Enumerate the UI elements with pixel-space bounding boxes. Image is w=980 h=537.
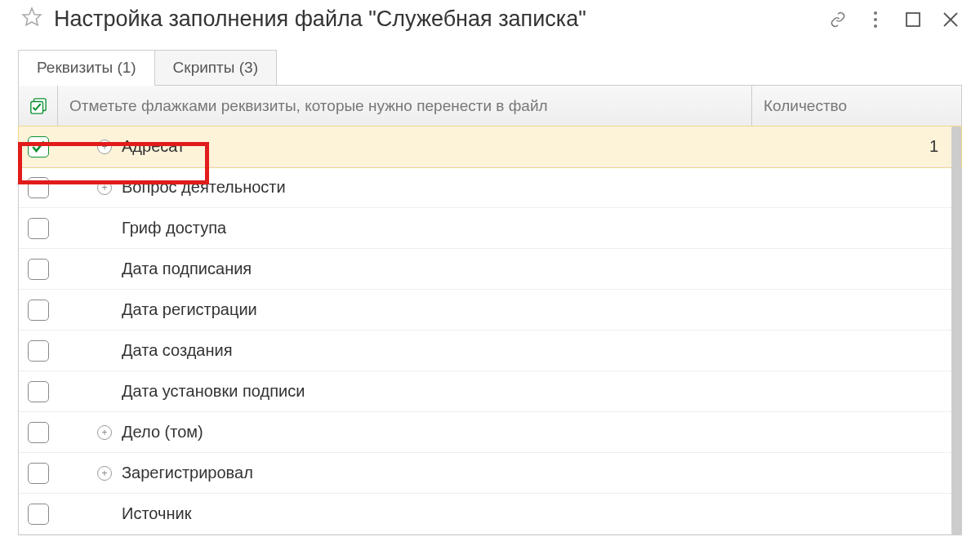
svg-point-3 [874,24,877,28]
row-checkbox[interactable] [28,259,49,280]
tabs: Реквизиты (1)Скрипты (3) [18,50,980,86]
table-row[interactable]: Дата создания [19,331,961,371]
check-all-header[interactable] [19,86,58,126]
column-header-name: Отметьте флажками реквизиты, которые нуж… [58,86,752,126]
expand-icon[interactable]: + [97,425,112,440]
tab-0[interactable]: Реквизиты (1) [18,50,155,86]
requisites-table: Отметьте флажками реквизиты, которые нуж… [18,85,962,535]
row-checkbox[interactable] [28,381,49,402]
row-label: Дата создания [122,341,233,360]
maximize-icon[interactable] [905,11,921,28]
link-icon[interactable] [830,11,846,28]
table-row[interactable]: +Дело (том) [19,412,961,453]
row-label: Дело (том) [122,423,203,442]
row-label: Источник [122,504,191,523]
check-all-icon [29,97,47,115]
row-checkbox[interactable] [28,136,49,158]
table-row[interactable]: Дата подписания [19,249,961,290]
row-label: Зарегистрировал [122,464,253,482]
row-label: Дата подписания [122,260,252,278]
table-row[interactable]: Гриф доступа [19,208,961,249]
table-row[interactable]: Источник [19,494,961,535]
row-checkbox[interactable] [28,504,49,525]
favorite-star-icon[interactable] [21,7,42,32]
row-checkbox[interactable] [28,218,49,239]
table-row[interactable]: +Адресат1 [19,126,961,167]
expand-icon[interactable]: + [97,180,112,195]
row-checkbox[interactable] [28,422,49,443]
svg-point-2 [874,18,877,21]
row-checkbox[interactable] [28,463,49,484]
row-label: Гриф доступа [122,219,226,237]
row-label: Вопрос деятельности [122,178,286,197]
row-checkbox[interactable] [28,340,49,362]
page-title: Настройка заполнения файла "Служебная за… [54,7,818,32]
svg-marker-0 [23,8,41,25]
expand-icon[interactable]: + [97,140,112,154]
row-checkbox[interactable] [28,300,49,321]
svg-rect-4 [906,13,920,26]
scrollbar[interactable] [951,126,961,535]
more-menu-icon[interactable] [867,11,884,28]
table-row[interactable]: Дата установки подписи [19,371,961,412]
expand-icon[interactable]: + [97,466,112,481]
row-label: Адресат [122,137,185,156]
close-icon[interactable] [942,11,959,28]
row-label: Дата регистрации [122,300,257,319]
svg-point-1 [874,11,877,15]
table-row[interactable]: +Зарегистрировал [19,453,961,494]
row-checkbox[interactable] [28,177,49,198]
table-row[interactable]: Дата регистрации [19,290,961,331]
column-header-qty: Количество [752,86,961,126]
tab-1[interactable]: Скрипты (3) [154,50,277,86]
row-qty: 1 [752,137,961,156]
table-row[interactable]: +Вопрос деятельности [19,167,961,208]
row-label: Дата установки подписи [122,382,305,401]
